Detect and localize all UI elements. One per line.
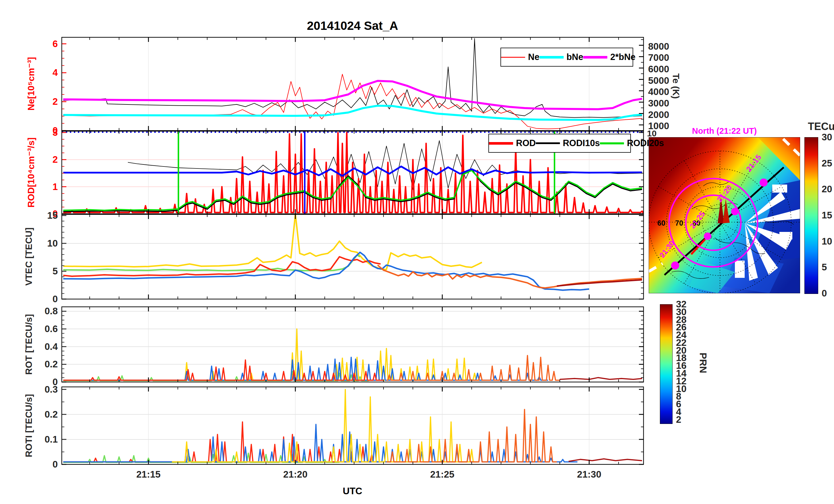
svg-text:10: 10 xyxy=(47,238,58,249)
rod-line-swatch xyxy=(489,142,513,145)
bne-line-swatch xyxy=(540,56,564,59)
lat-label-60: 60 xyxy=(657,219,665,227)
ylabel-rot: ROT [TECU/s] xyxy=(24,314,34,375)
legend-item: RODI10s xyxy=(536,138,600,148)
svg-text:4: 4 xyxy=(52,67,58,78)
svg-text:21:20: 21:20 xyxy=(283,469,307,480)
tec-polar-map: 60 70 80 21:15 21:20 21:25 21:30 xyxy=(649,137,800,293)
svg-text:3: 3 xyxy=(52,127,58,138)
legend-item: Ne xyxy=(501,52,540,62)
svg-text:0: 0 xyxy=(52,294,58,304)
map-layers xyxy=(649,137,800,293)
svg-text:0.6: 0.6 xyxy=(45,323,58,334)
svg-text:21:30: 21:30 xyxy=(577,469,601,480)
svg-text:5000: 5000 xyxy=(648,75,669,86)
panel-vtec: 051015 xyxy=(62,214,643,299)
lat-label-70: 70 xyxy=(675,219,683,227)
svg-text:6: 6 xyxy=(52,39,58,49)
legend-label: ROD xyxy=(516,138,536,148)
ylabel-rod: ROD[10⁴cm⁻³/s] xyxy=(26,137,37,207)
legend-label: RODI20s xyxy=(627,138,664,148)
ylabel-roti: ROTI [TECU/s] xyxy=(24,394,34,457)
ylabel-ne: Ne[10⁵cm⁻³] xyxy=(26,57,37,111)
svg-text:0.3: 0.3 xyxy=(45,384,58,395)
svg-text:21:25: 21:25 xyxy=(430,469,454,480)
svg-text:0: 0 xyxy=(52,459,58,469)
svg-text:21:15: 21:15 xyxy=(136,469,160,480)
rodi20s-line-swatch xyxy=(600,142,624,144)
colorbar-tick-label: 25 xyxy=(822,158,832,169)
svg-text:2: 2 xyxy=(52,154,58,165)
svg-text:0.4: 0.4 xyxy=(45,341,58,352)
legend-rod: ROD RODI10s RODI20s xyxy=(488,134,631,153)
panel-roti: 21:1521:2021:2521:3000.10.20.3 xyxy=(62,387,643,464)
2bne-line-swatch xyxy=(583,56,607,59)
colorbar-tick-label: 30 xyxy=(822,132,832,143)
svg-text:15: 15 xyxy=(47,210,58,221)
colorbar-tick-label: 32 xyxy=(676,299,687,310)
rodi10s-line-swatch xyxy=(536,142,560,144)
legend-item: 2*bNe xyxy=(583,52,635,62)
legend-label: bNe xyxy=(567,52,584,62)
ylabel-vtec: VTEC [TECU] xyxy=(24,228,34,286)
map-title: North (21:22 UT) xyxy=(649,126,800,136)
colorbar-tick-label: 5 xyxy=(822,262,827,273)
legend-item: ROD xyxy=(489,138,536,148)
legend-ne: Ne bNe 2*bNe xyxy=(501,48,633,67)
svg-text:2: 2 xyxy=(52,96,58,107)
colorbar-tick-label: 20 xyxy=(822,184,832,194)
svg-text:3000: 3000 xyxy=(648,98,669,109)
svg-text:5: 5 xyxy=(52,266,58,276)
legend-label: 2*bNe xyxy=(610,52,635,62)
tecu-colorbar: 051015202530 xyxy=(805,137,834,293)
colorbar-gradient xyxy=(660,304,673,424)
legend-label: RODI10s xyxy=(563,138,600,148)
svg-text:0.1: 0.1 xyxy=(45,434,58,444)
svg-text:0.8: 0.8 xyxy=(45,306,58,316)
colorbar-tick-label: 15 xyxy=(822,210,832,221)
legend-label: Ne xyxy=(528,52,540,62)
xlabel-utc: UTC xyxy=(343,486,362,497)
svg-text:0.2: 0.2 xyxy=(45,409,58,420)
legend-item: bNe xyxy=(540,52,584,62)
colorbar-gradient xyxy=(805,137,818,294)
colorbar-tick-label: 10 xyxy=(822,236,832,247)
ne-line-swatch xyxy=(501,57,525,58)
svg-text:7000: 7000 xyxy=(648,52,669,63)
colorbar-tick-label: 0 xyxy=(822,288,827,299)
svg-text:0.2: 0.2 xyxy=(45,359,58,369)
legend-item: RODI20s xyxy=(600,138,664,148)
tecu-colorbar-title: TECu xyxy=(808,120,834,133)
page-title: 20141024 Sat_A xyxy=(307,19,398,33)
svg-text:1: 1 xyxy=(52,181,58,192)
svg-text:8000: 8000 xyxy=(648,41,669,52)
svg-text:2000: 2000 xyxy=(648,109,669,120)
figure-root: { "figure": { "title": "20141024 Sat_A",… xyxy=(0,0,834,504)
svg-text:6000: 6000 xyxy=(648,64,669,74)
panel-rot: 00.20.40.60.8 xyxy=(62,307,643,382)
ylabel-te: Te (K) xyxy=(671,73,681,99)
svg-text:4000: 4000 xyxy=(648,86,669,97)
prn-colorbar-label: PRN xyxy=(698,353,709,373)
